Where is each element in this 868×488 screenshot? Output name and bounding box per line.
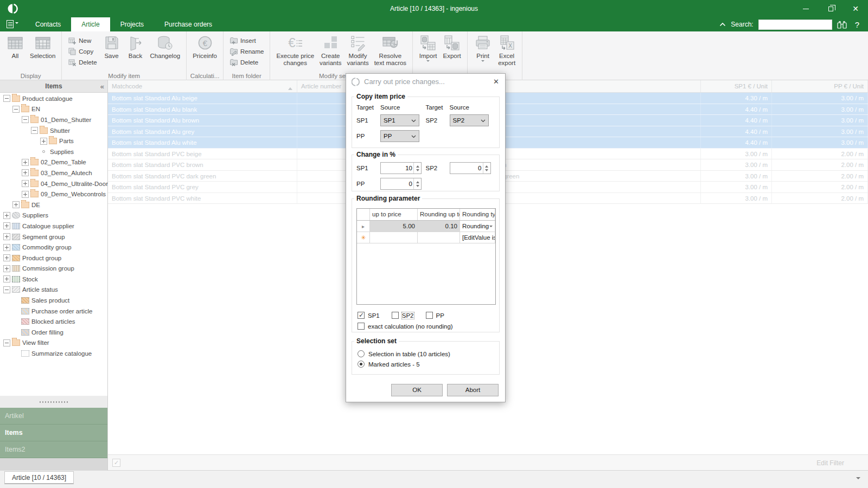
expand-icon[interactable] xyxy=(22,159,29,166)
expand-icon[interactable] xyxy=(3,222,10,229)
resolve-text-macros-button[interactable]: Resolve text macros xyxy=(372,33,409,68)
spin-down-icon[interactable] xyxy=(414,184,421,189)
expand-icon[interactable] xyxy=(12,201,20,208)
tab-contacts[interactable]: Contacts xyxy=(25,17,71,31)
collapse-icon[interactable] xyxy=(3,95,10,102)
checkbox-sp2[interactable]: SP2 xyxy=(392,312,414,319)
tree-item-commission-group[interactable]: Commission group xyxy=(0,264,107,274)
tree-item-product-catalogue[interactable]: Product catalogue xyxy=(0,93,107,104)
spin-down-icon[interactable] xyxy=(414,168,421,174)
tree-item-01-demo-shutter[interactable]: 01_Demo_Shutter xyxy=(0,114,107,125)
collapse-icon[interactable] xyxy=(3,339,10,346)
tree-item-04-demo-ultralite-doors[interactable]: 04_Demo_Ultralite-Doors xyxy=(0,178,107,189)
ok-button[interactable]: OK xyxy=(391,384,443,396)
expand-icon[interactable] xyxy=(3,212,10,219)
all-button[interactable]: All xyxy=(3,33,27,61)
checkbox-box[interactable] xyxy=(358,323,365,330)
expand-icon[interactable] xyxy=(3,265,10,272)
checkbox-sp1[interactable]: SP1 xyxy=(358,312,380,319)
tree-item-purchase-order-article[interactable]: Purchase order article xyxy=(0,306,107,317)
tree-item-blocked-articles[interactable]: Blocked articles xyxy=(0,316,107,327)
expand-icon[interactable] xyxy=(40,138,47,145)
spin-up-icon[interactable] xyxy=(414,163,421,168)
edit-filter-button[interactable]: Edit Filter xyxy=(816,455,844,471)
radio-circle[interactable] xyxy=(358,361,365,368)
rename-button[interactable]: Rename xyxy=(227,46,266,57)
cell-rounding-type[interactable]: Rounding xyxy=(460,221,495,232)
rounding-row[interactable]: ✳[EditValue is n... xyxy=(357,232,495,243)
checkbox-box[interactable] xyxy=(426,312,433,319)
minimize-button[interactable] xyxy=(793,0,818,17)
import-button[interactable]: Import xyxy=(416,33,440,65)
selection-button[interactable]: Selection xyxy=(27,33,58,61)
change-spinner-sp2[interactable]: 0 xyxy=(450,162,491,174)
save-button[interactable]: Save xyxy=(100,33,124,61)
expand-icon[interactable] xyxy=(22,169,29,176)
tree-item-suppliers[interactable]: Suppliers xyxy=(0,210,107,221)
collapse-icon[interactable] xyxy=(22,116,29,123)
sidebar-panel-items2[interactable]: Items2 xyxy=(0,441,107,458)
tree-item-02-demo-table[interactable]: 02_Demo_Table xyxy=(0,157,107,168)
rounding-grid[interactable]: up to priceRounding up toRounding type▸5… xyxy=(356,208,496,305)
expand-icon[interactable] xyxy=(3,275,10,282)
spin-up-icon[interactable] xyxy=(483,163,490,168)
checkbox-box[interactable] xyxy=(358,312,365,319)
collapse-icon[interactable] xyxy=(3,286,10,293)
excel-export-button[interactable]: XExcel export xyxy=(495,33,519,68)
status-tab-article[interactable]: Article [10 / 14363] xyxy=(4,471,74,484)
tree-item-segment-group[interactable]: Segment group xyxy=(0,232,107,242)
spin-up-icon[interactable] xyxy=(414,178,421,184)
column-header-pp-unit[interactable]: PP € / Unit xyxy=(772,80,868,92)
change-spinner-sp1[interactable]: 10 xyxy=(380,162,422,174)
tree-item-product-group[interactable]: Product group xyxy=(0,253,107,264)
tree-item-summarize-catalogue[interactable]: Summarize catalogue xyxy=(0,348,107,359)
cell-up-to-price[interactable]: 5.00 xyxy=(370,221,418,232)
expand-icon[interactable] xyxy=(3,244,10,251)
search-binoculars-icon[interactable] xyxy=(837,20,847,29)
expand-icon[interactable] xyxy=(22,191,29,198)
change-spinner-pp[interactable]: 0 xyxy=(380,178,422,190)
tree-item-de[interactable]: DE xyxy=(0,200,107,210)
help-icon[interactable]: ? xyxy=(852,20,863,29)
column-header-matchcode[interactable]: Matchcode xyxy=(108,80,297,92)
tab-purchase-orders[interactable]: Purchase orders xyxy=(154,17,222,31)
cell-rounding-up-to[interactable] xyxy=(418,232,460,243)
collapse-ribbon-icon[interactable] xyxy=(719,22,726,27)
cell-rounding-type[interactable]: [EditValue is n... xyxy=(460,232,495,243)
restore-button[interactable] xyxy=(818,0,843,17)
radio-marked-articles-5[interactable]: Marked articles - 5 xyxy=(358,361,499,368)
insert-button[interactable]: Insert xyxy=(227,35,266,46)
sidebar-panel-items[interactable]: Items xyxy=(0,425,107,441)
tree-item-09-demo-webcontrols[interactable]: 09_Demo_Webcontrols xyxy=(0,189,107,200)
tree-item-commodity-group[interactable]: Commodity group xyxy=(0,242,107,253)
tree-item-article-status[interactable]: Article status xyxy=(0,285,107,296)
copy-source-select-sp2[interactable]: SP2 xyxy=(450,114,489,126)
tree-item-sales-product[interactable]: Sales product xyxy=(0,295,107,306)
sidebar-splitter[interactable] xyxy=(0,396,107,408)
radio-selection-in-table-10-articles[interactable]: Selection in table (10 articles) xyxy=(358,350,499,357)
checkbox-exact-calculation[interactable]: exact calculation (no rounding) xyxy=(358,323,453,330)
expand-icon[interactable] xyxy=(22,180,29,187)
checkbox-box[interactable] xyxy=(392,312,399,319)
print-button[interactable]: Print xyxy=(471,33,495,65)
expand-icon[interactable] xyxy=(3,254,10,261)
collapse-sidebar-icon[interactable]: « xyxy=(100,80,104,93)
changelog-button[interactable]: Changelog xyxy=(148,33,183,61)
filter-checkbox[interactable]: ✓ xyxy=(112,459,120,467)
rounding-row[interactable]: ▸5.000.10Rounding xyxy=(357,221,495,232)
tree-item-order-filling[interactable]: Order filling xyxy=(0,327,107,338)
back-button[interactable]: Back xyxy=(124,33,148,61)
delete-button[interactable]: Delete xyxy=(227,57,266,68)
expand-icon[interactable] xyxy=(3,233,10,240)
search-input[interactable] xyxy=(758,20,832,30)
abort-button[interactable]: Abort xyxy=(447,384,499,396)
radio-circle[interactable] xyxy=(358,350,365,357)
collapse-icon[interactable] xyxy=(12,106,20,113)
tree-item-parts[interactable]: Parts xyxy=(0,136,107,146)
tree-item-supplies[interactable]: Supplies xyxy=(0,146,107,157)
tab-article[interactable]: Article xyxy=(71,17,110,31)
dialog-header[interactable]: Carry out price changes... ✕ xyxy=(346,74,505,90)
collapse-icon[interactable] xyxy=(31,127,38,134)
sidebar-panel-artikel[interactable]: Artikel xyxy=(0,408,107,425)
tree-item-catalogue-supplier[interactable]: Catalogue supplier xyxy=(0,221,107,232)
